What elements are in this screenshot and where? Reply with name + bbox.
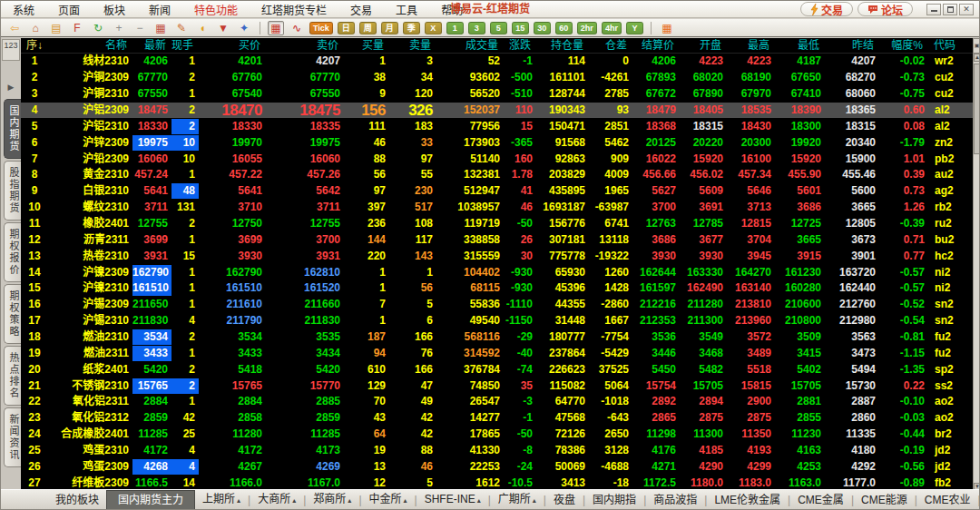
- cell-high[interactable]: 3572: [727, 329, 775, 345]
- cell-openint[interactable]: 78386: [536, 443, 589, 458]
- table-row[interactable]: 10螺纹231037111313710371139751710389574616…: [21, 200, 973, 216]
- cell-pct[interactable]: 0.71: [879, 232, 928, 248]
- cell-name[interactable]: 沪锡2310: [48, 313, 132, 329]
- cell-name[interactable]: 热卷2310: [48, 249, 132, 264]
- cell-change[interactable]: 26: [504, 232, 536, 248]
- cell-low[interactable]: 3686: [775, 200, 825, 215]
- cell-low[interactable]: 4253: [775, 459, 825, 475]
- cell-settle[interactable]: 3930: [632, 249, 680, 264]
- cell-ask[interactable]: 5420: [266, 362, 344, 378]
- cell-curvol[interactable]: 131: [172, 200, 199, 215]
- cell-pct[interactable]: 0.08: [879, 119, 928, 134]
- col-header-openint[interactable]: 持仓量: [536, 38, 589, 53]
- cell-volume[interactable]: 49540: [436, 313, 504, 329]
- table-row[interactable]: 3沪铜23106755016754067550912056520-5101287…: [21, 86, 973, 103]
- bottom-tab-6[interactable]: 中金所▴: [362, 490, 415, 510]
- cell-askvol[interactable]: 76: [389, 346, 436, 361]
- cell-last[interactable]: 5641: [132, 183, 172, 199]
- cell-prevsettle[interactable]: 163720: [825, 265, 879, 280]
- cell-openint[interactable]: 203829: [536, 167, 589, 182]
- cell-bid[interactable]: 18330: [199, 119, 266, 134]
- cell-prevsettle[interactable]: 4292: [825, 459, 879, 475]
- edit-pen-icon[interactable]: ✎: [173, 21, 190, 35]
- cell-code[interactable]: pb2: [928, 152, 973, 167]
- cell-bid[interactable]: 16055: [199, 152, 266, 167]
- period-button-月[interactable]: 月: [381, 22, 398, 34]
- cell-change[interactable]: 46: [504, 200, 536, 215]
- cell-low[interactable]: 2855: [775, 410, 825, 426]
- cell-openint[interactable]: 45396: [536, 280, 589, 296]
- cell-openint[interactable]: 1693187: [536, 200, 589, 215]
- cell-high[interactable]: 15815: [727, 378, 775, 394]
- cell-seq[interactable]: 19: [21, 346, 48, 361]
- cell-settle[interactable]: 18368: [632, 119, 680, 134]
- period-button-x[interactable]: X: [425, 22, 442, 34]
- table-row[interactable]: 24合成橡胶240111285251128011285644217865-507…: [21, 427, 973, 443]
- forum-button[interactable]: 论坛: [858, 2, 913, 16]
- cell-pct[interactable]: -0.39: [879, 216, 928, 231]
- cell-curvol[interactable]: 10: [172, 152, 199, 167]
- cell-seq[interactable]: 18: [21, 329, 48, 345]
- col-header-code[interactable]: 代码: [928, 38, 973, 53]
- cell-bidvol[interactable]: 46: [344, 135, 389, 151]
- cell-curvol[interactable]: 1: [172, 167, 199, 182]
- cell-change[interactable]: -1150: [504, 313, 536, 329]
- cell-code[interactable]: ss2: [928, 378, 973, 394]
- cell-name[interactable]: 沪铜2310: [48, 86, 132, 102]
- cell-volume[interactable]: 1038957: [436, 200, 504, 215]
- cell-name[interactable]: 燃油2311: [48, 346, 132, 361]
- cell-open[interactable]: 5609: [680, 183, 727, 199]
- cell-askvol[interactable]: 5: [389, 297, 436, 312]
- period-button-季[interactable]: 季: [403, 22, 420, 34]
- menu-item-7[interactable]: 交易: [338, 2, 384, 17]
- cell-code[interactable]: cu2: [928, 86, 973, 102]
- cell-open[interactable]: 5482: [680, 362, 727, 378]
- cell-ask[interactable]: 15770: [266, 378, 344, 394]
- period-button-4hr[interactable]: 4hr: [602, 22, 622, 34]
- cell-seq[interactable]: 14: [21, 265, 48, 280]
- cell-high[interactable]: 163140: [727, 280, 775, 296]
- period-button-30[interactable]: 30: [534, 22, 551, 34]
- cell-curvol[interactable]: 1: [172, 280, 199, 296]
- cell-name[interactable]: 沥青2311: [48, 232, 132, 248]
- cell-openint[interactable]: 180777: [536, 329, 589, 345]
- cell-settle[interactable]: 11298: [632, 427, 680, 442]
- cell-settle[interactable]: 456.66: [632, 167, 680, 182]
- sidebar-tab-2[interactable]: 股指期货: [4, 161, 21, 221]
- cell-open[interactable]: 4185: [680, 443, 727, 458]
- table-row[interactable]: 18燃油23103534235343535187166568116-291807…: [21, 329, 973, 346]
- cell-high[interactable]: 5646: [727, 183, 775, 199]
- cell-name[interactable]: 沪铝2310: [48, 119, 132, 134]
- cell-bidvol[interactable]: 1: [344, 54, 389, 69]
- cell-prevsettle[interactable]: 5600: [825, 183, 879, 199]
- cell-last[interactable]: 3534: [132, 329, 172, 345]
- cell-prevsettle[interactable]: 18365: [825, 103, 879, 118]
- cell-last[interactable]: 18475: [132, 103, 172, 118]
- cell-code[interactable]: wr2: [928, 54, 973, 69]
- menu-item-3[interactable]: 板块: [92, 2, 137, 17]
- cell-low[interactable]: 15705: [775, 378, 825, 394]
- bottom-tab-14[interactable]: CME能源: [854, 491, 915, 509]
- cell-last[interactable]: 457.24: [132, 167, 172, 182]
- cell-name[interactable]: 沪锌2309: [48, 135, 132, 151]
- cell-openint[interactable]: 775778: [536, 249, 589, 264]
- sidebar-tab-6[interactable]: 新闻资讯: [4, 407, 21, 467]
- cell-code[interactable]: au2: [928, 167, 973, 182]
- cell-bid[interactable]: 19970: [199, 135, 266, 151]
- cell-ask[interactable]: 18335: [266, 119, 344, 134]
- cell-name[interactable]: 黄金2310: [48, 167, 132, 182]
- sidebar-tab-1[interactable]: 国内期货: [4, 99, 21, 159]
- cell-askvol[interactable]: 143: [389, 249, 436, 264]
- cell-curvol[interactable]: 1: [172, 54, 199, 69]
- cell-askvol[interactable]: 120: [389, 86, 436, 102]
- cell-last[interactable]: 2859: [132, 410, 172, 426]
- period-button-5[interactable]: 5: [490, 22, 507, 34]
- cell-seq[interactable]: 5: [21, 119, 48, 134]
- cell-volume[interactable]: 314592: [436, 346, 504, 361]
- table-row[interactable]: 5沪铝2310183302183301833511118377956151504…: [21, 118, 973, 134]
- table-row[interactable]: 4沪铝2309184752184701847515632615203711019…: [21, 103, 973, 119]
- cell-bid[interactable]: 2884: [199, 394, 266, 409]
- table-row[interactable]: 21不锈钢23101576521576515770129477485035115…: [21, 378, 973, 394]
- cell-oidelta[interactable]: 2851: [589, 119, 632, 134]
- cell-last[interactable]: 12755: [132, 216, 172, 231]
